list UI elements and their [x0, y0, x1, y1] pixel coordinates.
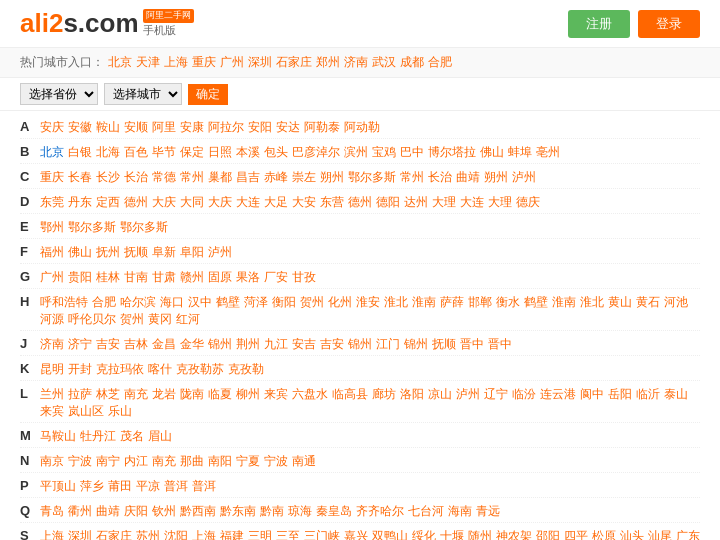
- city-chaohu[interactable]: 巢都: [208, 169, 232, 186]
- city-luzhou3[interactable]: 泸州: [456, 386, 480, 403]
- city-bazhong[interactable]: 巴中: [400, 144, 424, 161]
- city-dongguan[interactable]: 东莞: [40, 194, 64, 211]
- city-neijiang[interactable]: 内江: [124, 453, 148, 470]
- city-longyan[interactable]: 龙岩: [152, 386, 176, 403]
- city-binzhou[interactable]: 滨州: [344, 144, 368, 161]
- city-pingliang[interactable]: 平凉: [136, 478, 160, 495]
- city-hulunbeier[interactable]: 呼伦贝尔: [68, 311, 116, 328]
- city-hezhou2[interactable]: 贺州: [120, 311, 144, 328]
- hot-city-tianjin[interactable]: 天津: [136, 54, 160, 71]
- city-changji[interactable]: 昌吉: [236, 169, 260, 186]
- city-dali[interactable]: 达州: [404, 194, 428, 211]
- city-foshan[interactable]: 佛山: [68, 244, 92, 261]
- city-beijing[interactable]: 北京: [40, 144, 64, 161]
- city-changzhou[interactable]: 常州: [180, 169, 204, 186]
- city-linggao[interactable]: 临高县: [332, 386, 368, 403]
- hot-city-jinan[interactable]: 济南: [344, 54, 368, 71]
- city-daqing2[interactable]: 大庆: [208, 194, 232, 211]
- city-dali2[interactable]: 大连: [460, 194, 484, 211]
- city-liuzhou[interactable]: 柳州: [236, 386, 260, 403]
- city-fujian-s[interactable]: 福建: [220, 528, 244, 540]
- city-nanyang[interactable]: 南阳: [208, 453, 232, 470]
- city-huahua[interactable]: 化州: [328, 294, 352, 311]
- city-bangbu[interactable]: 蚌埠: [508, 144, 532, 161]
- city-nanjing[interactable]: 南京: [40, 453, 64, 470]
- city-ningxia[interactable]: 宁夏: [236, 453, 260, 470]
- city-kaifeng[interactable]: 开封: [68, 361, 92, 378]
- city-dalian[interactable]: 大连: [236, 194, 260, 211]
- city-dazhou[interactable]: 德阳: [376, 194, 400, 211]
- city-huangshan[interactable]: 黄山: [608, 294, 632, 311]
- city-luoyang[interactable]: 洛阳: [400, 386, 424, 403]
- city-jinzhong[interactable]: 晋中: [460, 336, 484, 353]
- city-liupanshui[interactable]: 六盘水: [292, 386, 328, 403]
- city-laibin[interactable]: 来宾: [264, 386, 288, 403]
- city-gannan[interactable]: 甘南: [124, 269, 148, 286]
- city-fushun2[interactable]: 抚顺: [432, 336, 456, 353]
- city-bayannaoer[interactable]: 巴彦淖尔: [292, 144, 340, 161]
- city-anyang[interactable]: 安阳: [248, 119, 272, 136]
- city-baiyin[interactable]: 白银: [68, 144, 92, 161]
- city-jinzhong2[interactable]: 晋中: [488, 336, 512, 353]
- city-fushun[interactable]: 抚顺: [124, 244, 148, 261]
- city-fuyang[interactable]: 阜阳: [180, 244, 204, 261]
- city-kizilsu2[interactable]: 克孜勒: [228, 361, 264, 378]
- city-cangan[interactable]: 厂安: [264, 269, 288, 286]
- city-benxi[interactable]: 本溪: [236, 144, 260, 161]
- city-fuzhou2[interactable]: 抚州: [96, 244, 120, 261]
- city-ezhou[interactable]: 鄂州: [40, 219, 64, 236]
- city-hainan-q[interactable]: 海南: [448, 503, 472, 520]
- city-changsha[interactable]: 长沙: [96, 169, 120, 186]
- city-haikou[interactable]: 海口: [160, 294, 184, 311]
- city-liangshan[interactable]: 凉山: [428, 386, 452, 403]
- city-langzhong[interactable]: 阆中: [580, 386, 604, 403]
- hot-city-wuhan[interactable]: 武汉: [372, 54, 396, 71]
- city-deqing2[interactable]: 德庆: [516, 194, 540, 211]
- city-qiandongnan[interactable]: 黔东南: [220, 503, 256, 520]
- city-bortala[interactable]: 博尔塔拉: [428, 144, 476, 161]
- city-jiangmen[interactable]: 江门: [376, 336, 400, 353]
- city-eerduosi[interactable]: 鄂尔多斯: [68, 219, 116, 236]
- city-guoluo[interactable]: 果洛: [236, 269, 260, 286]
- city-qujing[interactable]: 鄂尔多斯: [348, 169, 396, 186]
- city-handan[interactable]: 邯郸: [468, 294, 492, 311]
- hot-city-shijiazhuang[interactable]: 石家庄: [276, 54, 312, 71]
- city-maanshan[interactable]: 马鞍山: [40, 428, 76, 445]
- city-nanning[interactable]: 南宁: [96, 453, 120, 470]
- city-sanming[interactable]: 三明: [248, 528, 272, 540]
- hot-city-hefei[interactable]: 合肥: [428, 54, 452, 71]
- city-alaer[interactable]: 阿拉尔: [208, 119, 244, 136]
- city-huainan[interactable]: 淮南: [412, 294, 436, 311]
- city-linyi[interactable]: 临沂: [636, 386, 660, 403]
- city-luzhou[interactable]: 泸州: [512, 169, 536, 186]
- city-heyuan[interactable]: 河源: [40, 311, 64, 328]
- city-meishan[interactable]: 眉山: [148, 428, 172, 445]
- city-heze[interactable]: 菏泽: [244, 294, 268, 311]
- city-hohhot[interactable]: 呼和浩特: [40, 294, 88, 311]
- city-qujing3[interactable]: 曲靖: [96, 503, 120, 520]
- city-qitaihe[interactable]: 七台河: [408, 503, 444, 520]
- city-linxia[interactable]: 临夏: [208, 386, 232, 403]
- city-kunming[interactable]: 昆明: [40, 361, 64, 378]
- city-hebi2[interactable]: 鹤壁: [524, 294, 548, 311]
- city-dazu[interactable]: 大足: [264, 194, 288, 211]
- city-quzhou[interactable]: 衢州: [68, 503, 92, 520]
- city-jiujiang[interactable]: 九江: [264, 336, 288, 353]
- city-lianyungang[interactable]: 连云港: [540, 386, 576, 403]
- city-qujing2[interactable]: 曲靖: [456, 169, 480, 186]
- city-jinhua[interactable]: 金华: [180, 336, 204, 353]
- city-shijiazhuang[interactable]: 石家庄: [96, 528, 132, 540]
- city-shanghai[interactable]: 上海: [40, 528, 64, 540]
- city-fuxin[interactable]: 阜新: [152, 244, 176, 261]
- city-hechi[interactable]: 河池: [664, 294, 688, 311]
- city-guangdong[interactable]: 广东: [676, 528, 700, 540]
- city-qiannan[interactable]: 黔南: [260, 503, 284, 520]
- city-mudanjiang[interactable]: 牡丹江: [80, 428, 116, 445]
- city-kelamayi[interactable]: 克拉玛依: [96, 361, 144, 378]
- city-suzhou[interactable]: 苏州: [136, 528, 160, 540]
- city-changzhi[interactable]: 长治: [124, 169, 148, 186]
- city-pingxiang[interactable]: 萍乡: [80, 478, 104, 495]
- city-shuozhou[interactable]: 朔州: [320, 169, 344, 186]
- city-cangzhou[interactable]: 常州: [400, 169, 424, 186]
- city-rizhao[interactable]: 日照: [208, 144, 232, 161]
